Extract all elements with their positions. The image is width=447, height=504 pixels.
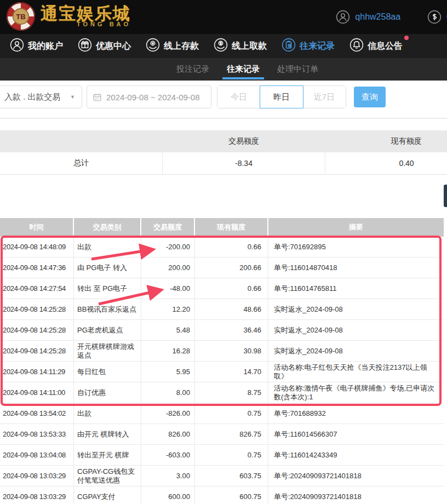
account-area: qhhw258aa 0 bbox=[336, 0, 447, 34]
cell-time: 2024-09-08 14:11:00 bbox=[0, 382, 74, 403]
cell-amount: -826.00 bbox=[141, 403, 195, 423]
transaction-type-value: 入款 . 出款交易 bbox=[4, 92, 61, 102]
cell-time: 2024-09-08 14:25:28 bbox=[0, 299, 74, 319]
user-icon bbox=[10, 38, 24, 54]
cell-time: 2024-09-08 14:27:54 bbox=[0, 278, 74, 299]
cell-amount: -200.00 bbox=[141, 237, 195, 257]
cell-summary: 活动名称:激情午夜《电子棋牌捕鱼》专场,已申请次数(含本次):1 bbox=[268, 382, 444, 403]
table-row: 2024-09-08 13:04:08转出至开元 棋牌-603.000.75单号… bbox=[0, 445, 444, 466]
date-range-value: 2024-09-08 ~ 2024-09-08 bbox=[106, 93, 200, 102]
cell-time: 2024-09-08 14:47:36 bbox=[0, 257, 74, 278]
table-row: 2024-09-08 13:03:29CGPAY-CG钱包支付笔笔送优惠3.00… bbox=[0, 466, 444, 486]
nav-item-label: 线上存款 bbox=[164, 41, 199, 52]
filter-bar: 入款 . 出款交易 ▼ 2024-09-08 ~ 2024-09-08 今日昨日… bbox=[0, 81, 447, 130]
cell-amount: -48.00 bbox=[141, 278, 195, 299]
side-widget-tab[interactable] bbox=[444, 185, 447, 207]
cell-time: 2024-09-08 13:54:02 bbox=[0, 403, 74, 423]
cell-time: 2024-09-08 13:03:29 bbox=[0, 466, 74, 486]
summary-total-amount: -8.34 bbox=[162, 152, 325, 174]
nav-item-3[interactable]: 线上存款 bbox=[146, 38, 199, 54]
cell-summary: 单号:116014765811 bbox=[268, 278, 444, 299]
brand-logo[interactable]: TB 通宝娱乐城 TONG BAO bbox=[7, 2, 131, 31]
tab-2[interactable]: 往来记录 bbox=[226, 58, 261, 81]
nav-item-label: 线上取款 bbox=[232, 41, 267, 52]
table-row: 2024-09-08 13:54:02出款-826.000.75单号:70168… bbox=[0, 403, 444, 424]
cell-summary: 单号:701692895 bbox=[268, 237, 444, 257]
cell-type: BB视讯百家乐返点 bbox=[74, 299, 141, 319]
top-header: TB 通宝娱乐城 TONG BAO qhhw258aa 0 bbox=[0, 0, 447, 34]
nav-item-6[interactable]: 信息公告 bbox=[349, 38, 403, 54]
nav-item-5[interactable]: 往来记录 bbox=[282, 38, 335, 54]
cell-type: 由开元 棋牌转入 bbox=[74, 424, 141, 444]
cell-type: 转出 至 PG电子 bbox=[74, 278, 141, 299]
table-row: 2024-09-08 14:25:28开元棋牌棋牌游戏返点16.2830.98实… bbox=[0, 341, 444, 362]
cell-balance: 0.75 bbox=[195, 403, 268, 423]
cell-summary: 单号:202409093721401818 bbox=[268, 486, 444, 504]
nav-item-1[interactable]: 我的账户 bbox=[10, 38, 63, 54]
cell-amount: 826.00 bbox=[141, 424, 195, 444]
cell-type: CGPAY-CG钱包支付笔笔送优惠 bbox=[74, 466, 141, 486]
table-row: 2024-09-08 14:25:28PG老虎机返点5.4836.46实时返水_… bbox=[0, 320, 444, 341]
username-link[interactable]: qhhw258aa bbox=[355, 12, 400, 22]
cell-summary: 单号:701688932 bbox=[268, 403, 444, 423]
transaction-type-select[interactable]: 入款 . 出款交易 ▼ bbox=[0, 85, 82, 108]
cell-type: 每日红包 bbox=[74, 362, 141, 382]
cell-type: 转出至开元 棋牌 bbox=[74, 445, 141, 465]
search-button[interactable]: 查询 bbox=[354, 87, 386, 107]
nav-item-2[interactable]: 优惠中心 bbox=[78, 38, 131, 54]
cell-amount: 12.20 bbox=[141, 299, 195, 319]
records-icon bbox=[282, 38, 296, 54]
tab-3[interactable]: 处理中订单 bbox=[276, 58, 319, 81]
wallet-dollar-icon bbox=[427, 10, 442, 24]
cell-type: 开元棋牌棋牌游戏返点 bbox=[74, 341, 141, 361]
cell-balance: 0.75 bbox=[195, 445, 268, 465]
quick-range-button-3[interactable]: 近7日 bbox=[303, 86, 346, 108]
cell-summary: 单号:116014566307 bbox=[268, 424, 444, 444]
table-row: 2024-09-08 13:53:33由开元 棋牌转入826.00826.75单… bbox=[0, 424, 444, 445]
quick-range-button-1[interactable]: 今日 bbox=[217, 86, 260, 108]
cell-balance: 0.66 bbox=[195, 237, 268, 257]
col-header-time: 时间 bbox=[0, 218, 74, 237]
cell-summary: 单号:202409093721401818 bbox=[268, 466, 444, 486]
summary-total-row: 总计 -8.34 0.40 bbox=[0, 152, 447, 175]
quick-range-group: 今日昨日近7日 bbox=[217, 85, 346, 108]
cell-balance: 36.46 bbox=[195, 320, 268, 340]
table-row: 2024-09-08 13:03:29CGPAY支付600.00600.75单号… bbox=[0, 486, 444, 504]
cell-type: 出款 bbox=[74, 237, 141, 257]
cell-summary: 单号:116014243349 bbox=[268, 445, 444, 465]
cell-amount: 8.00 bbox=[141, 382, 195, 403]
nav-item-label: 信息公告 bbox=[368, 41, 403, 52]
page: TB 通宝娱乐城 TONG BAO qhhw258aa 0 bbox=[0, 0, 447, 504]
quick-range-button-2[interactable]: 昨日 bbox=[260, 85, 303, 108]
notification-dot bbox=[404, 36, 409, 40]
table-row: 2024-09-08 14:48:09出款-200.000.66单号:70169… bbox=[0, 237, 444, 257]
cell-balance: 30.98 bbox=[195, 341, 268, 361]
cell-time: 2024-09-08 13:04:08 bbox=[0, 445, 74, 465]
cell-summary: 实时返水_2024-09-08 bbox=[268, 341, 444, 361]
summary-table: 交易额度 现有额度 总计 -8.34 0.40 bbox=[0, 130, 447, 175]
cell-time: 2024-09-08 14:48:09 bbox=[0, 237, 74, 257]
sub-nav: 投注记录往来记录处理中订单 bbox=[0, 58, 447, 81]
date-range-input[interactable]: 2024-09-08 ~ 2024-09-08 bbox=[87, 85, 211, 108]
nav-item-4[interactable]: 线上取款 bbox=[214, 38, 267, 54]
table-row: 2024-09-08 14:27:54转出 至 PG电子-48.000.66单号… bbox=[0, 278, 444, 299]
table-header-row: 时间 交易类别 交易额度 现有额度 摘要 bbox=[0, 218, 444, 237]
cell-amount: 3.00 bbox=[141, 466, 195, 486]
cell-balance: 0.66 bbox=[195, 278, 268, 299]
chevron-down-icon: ▼ bbox=[70, 94, 75, 100]
main-nav: 我的账户优惠中心线上存款线上取款往来记录信息公告 bbox=[0, 34, 447, 58]
cell-type: PG老虎机返点 bbox=[74, 320, 141, 340]
cell-balance: 200.66 bbox=[195, 257, 268, 278]
summary-total-label: 总计 bbox=[0, 152, 162, 174]
summary-total-balance: 0.40 bbox=[325, 152, 447, 174]
cell-balance: 48.66 bbox=[195, 299, 268, 319]
cell-time: 2024-09-08 14:25:28 bbox=[0, 341, 74, 361]
table-row: 2024-09-08 14:11:29每日红包5.9514.70活动名称:电子红… bbox=[0, 362, 444, 382]
tab-1[interactable]: 投注记录 bbox=[175, 58, 210, 81]
cell-balance: 826.75 bbox=[195, 424, 268, 444]
withdraw-icon bbox=[214, 38, 228, 54]
brand-name-en: TONG BAO bbox=[77, 21, 131, 27]
nav-item-label: 优惠中心 bbox=[96, 41, 131, 52]
nav-item-label: 我的账户 bbox=[28, 41, 63, 52]
summary-header-empty bbox=[0, 130, 163, 152]
